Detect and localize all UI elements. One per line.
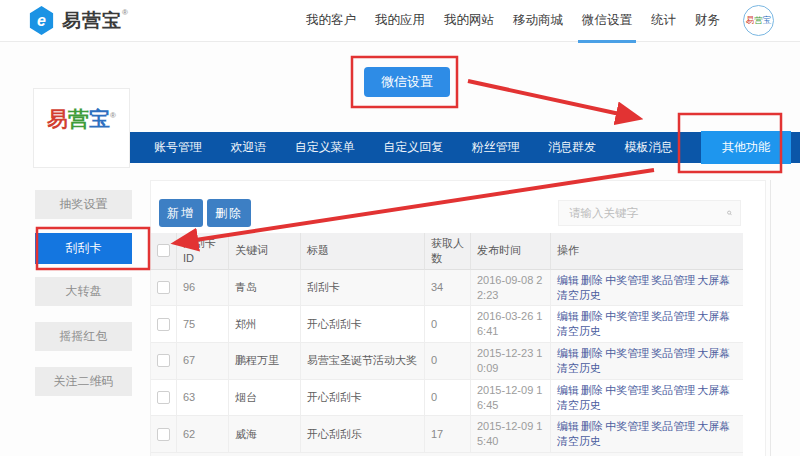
cell-actions: 编辑 删除 中奖管理 奖品管理 大屏幕 清空历史: [551, 343, 743, 380]
action-delete[interactable]: 删除: [581, 384, 603, 396]
main-panel: 新增 删除 刮刮卡ID 关键词 标题 获取人数 发布时间 操作 96 青岛 刮刮…: [150, 180, 766, 456]
action-prize-management[interactable]: 奖品管理: [651, 347, 695, 359]
sidebar-item-lottery-settings[interactable]: 抽奖设置: [35, 190, 132, 219]
action-delete[interactable]: 删除: [581, 347, 603, 359]
nav-statistics[interactable]: 统计: [651, 0, 676, 43]
action-prize-management[interactable]: 奖品管理: [651, 310, 695, 322]
header-keyword: 关键词: [229, 233, 301, 270]
row-checkbox[interactable]: [157, 391, 170, 404]
tab-account-management[interactable]: 账号管理: [154, 139, 202, 156]
cell-publish-date: 2015-12-09 16:45: [471, 380, 551, 417]
action-clear-history[interactable]: 清空历史: [557, 399, 601, 411]
cell-publish-date: 2016-09-08 22:23: [471, 270, 551, 307]
action-edit[interactable]: 编辑: [557, 274, 579, 286]
action-prize-management[interactable]: 奖品管理: [651, 420, 695, 432]
tab-custom-reply[interactable]: 自定义回复: [383, 139, 443, 156]
action-winner-management[interactable]: 中奖管理: [605, 347, 649, 359]
action-big-screen[interactable]: 大屏幕: [697, 420, 730, 432]
row-checkbox[interactable]: [157, 281, 170, 294]
sidebar-item-big-wheel[interactable]: 大转盘: [35, 277, 132, 306]
nav-my-apps[interactable]: 我的应用: [375, 0, 425, 43]
row-checkbox[interactable]: [157, 428, 170, 441]
tab-welcome-message[interactable]: 欢迎语: [230, 139, 266, 156]
search-icon[interactable]: [727, 206, 732, 220]
cell-title: 开心刮刮乐: [301, 416, 425, 453]
cell-publish-date: 2016-03-26 16:41: [471, 306, 551, 343]
sidebar-item-shake-red-packet[interactable]: 摇摇红包: [35, 322, 132, 351]
tab-message-broadcast[interactable]: 消息群发: [548, 139, 596, 156]
add-button[interactable]: 新增: [159, 199, 203, 227]
cell-publish-date: 2015-12-23 10:09: [471, 343, 551, 380]
action-clear-history[interactable]: 清空历史: [557, 362, 601, 374]
nav-my-customers[interactable]: 我的客户: [306, 0, 356, 43]
action-clear-history[interactable]: 清空历史: [557, 435, 601, 447]
action-clear-history[interactable]: 清空历史: [557, 325, 601, 337]
tab-template-message[interactable]: 模板消息: [625, 139, 673, 156]
sidebar-item-scratch-card[interactable]: 刮刮卡: [35, 233, 132, 264]
action-winner-management[interactable]: 中奖管理: [605, 420, 649, 432]
cell-card-id: 63: [177, 380, 229, 417]
content-right-divider: [770, 180, 771, 456]
brand-logo-text: 易营宝®: [62, 8, 129, 34]
cell-actions: 编辑 删除 中奖管理 奖品管理 大屏幕 清空历史: [551, 416, 743, 453]
action-big-screen[interactable]: 大屏幕: [697, 274, 730, 286]
cell-keyword: 烟台: [229, 380, 301, 417]
cell-title: 易营宝圣诞节活动大奖: [301, 343, 425, 380]
cell-title: 开心刮刮卡: [301, 380, 425, 417]
sidebar-item-follow-qr-code[interactable]: 关注二维码: [35, 367, 132, 396]
delete-button[interactable]: 删除: [207, 199, 251, 227]
table-row: 63 烟台 开心刮刮卡 0 2015-12-09 16:45 编辑 删除 中奖管…: [151, 380, 743, 417]
table-row: 62 威海 开心刮刮乐 17 2015-12-09 15:40 编辑 删除 中奖…: [151, 416, 743, 453]
registered-mark: ®: [110, 111, 116, 120]
header-actions: 操作: [551, 233, 743, 270]
action-delete[interactable]: 删除: [581, 274, 603, 286]
table-row: 75 郑州 开心刮刮卡 0 2016-03-26 16:41 编辑 删除 中奖管…: [151, 306, 743, 343]
cell-actions: 编辑 删除 中奖管理 奖品管理 大屏幕 清空历史: [551, 270, 743, 307]
nav-mobile-mall[interactable]: 移动商城: [513, 0, 563, 43]
tab-custom-menu[interactable]: 自定义菜单: [295, 139, 355, 156]
action-edit[interactable]: 编辑: [557, 384, 579, 396]
select-all-checkbox[interactable]: [157, 244, 170, 257]
cell-actions: 编辑 删除 中奖管理 奖品管理 大屏幕 清空历史: [551, 306, 743, 343]
cell-keyword: 郑州: [229, 306, 301, 343]
action-prize-management[interactable]: 奖品管理: [651, 384, 695, 396]
tab-fan-management[interactable]: 粉丝管理: [472, 139, 520, 156]
cell-count: 17: [425, 416, 471, 453]
registered-mark: ®: [122, 8, 129, 17]
nav-my-website[interactable]: 我的网站: [444, 0, 494, 43]
cell-keyword: 青岛: [229, 270, 301, 307]
action-clear-history[interactable]: 清空历史: [557, 289, 601, 301]
tab-other-functions[interactable]: 其他功能: [701, 131, 791, 164]
nav-wechat-settings[interactable]: 微信设置: [582, 0, 632, 43]
cell-publish-date: 2015-12-09 15:40: [471, 416, 551, 453]
action-winner-management[interactable]: 中奖管理: [605, 274, 649, 286]
account-badge[interactable]: 易营宝: [743, 5, 774, 36]
action-winner-management[interactable]: 中奖管理: [605, 384, 649, 396]
action-winner-management[interactable]: 中奖管理: [605, 310, 649, 322]
nav-finance[interactable]: 财务: [695, 0, 720, 43]
cell-keyword: 鹏程万里: [229, 343, 301, 380]
action-edit[interactable]: 编辑: [557, 310, 579, 322]
cell-count: 0: [425, 306, 471, 343]
side-logo: 易营宝®: [33, 88, 130, 168]
search-input[interactable]: [559, 207, 727, 219]
header-card-id: 刮刮卡ID: [177, 233, 229, 270]
wechat-settings-button[interactable]: 微信设置: [364, 67, 450, 97]
action-delete[interactable]: 删除: [581, 420, 603, 432]
table-header-row: 刮刮卡ID 关键词 标题 获取人数 发布时间 操作: [151, 233, 743, 270]
action-prize-management[interactable]: 奖品管理: [651, 274, 695, 286]
header-publish-date: 发布时间: [471, 233, 551, 270]
action-big-screen[interactable]: 大屏幕: [697, 384, 730, 396]
action-big-screen[interactable]: 大屏幕: [697, 347, 730, 359]
action-big-screen[interactable]: 大屏幕: [697, 310, 730, 322]
search-box: [558, 200, 741, 226]
cell-actions: 编辑 删除 中奖管理 奖品管理 大屏幕 清空历史: [551, 380, 743, 417]
top-nav: 我的客户 我的应用 我的网站 移动商城 微信设置 统计 财务 易营宝: [306, 0, 774, 43]
action-edit[interactable]: 编辑: [557, 420, 579, 432]
row-checkbox[interactable]: [157, 354, 170, 367]
app-window: e 易营宝® 我的客户 我的应用 我的网站 移动商城 微信设置 统计 财务 易营…: [0, 0, 800, 456]
row-checkbox[interactable]: [157, 318, 170, 331]
cell-card-id: 96: [177, 270, 229, 307]
action-delete[interactable]: 删除: [581, 310, 603, 322]
action-edit[interactable]: 编辑: [557, 347, 579, 359]
